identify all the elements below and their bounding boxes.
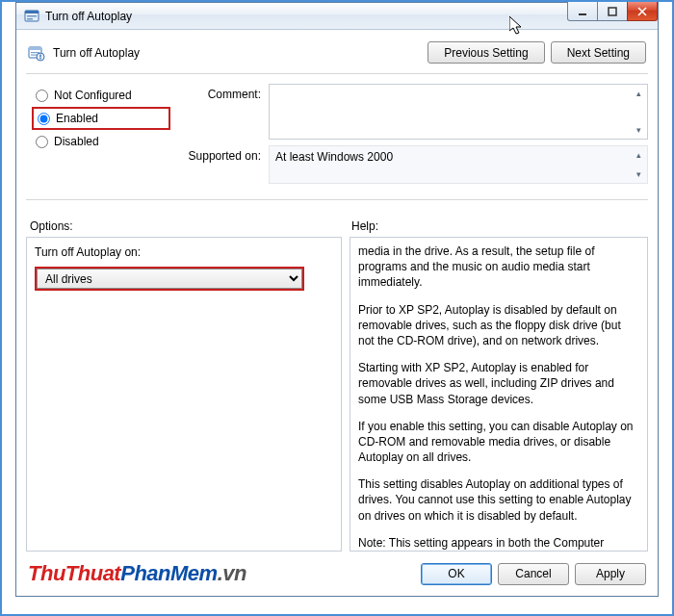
- screenshot-frame: Turn off Autoplay: [0, 0, 674, 616]
- help-paragraph: Starting with XP SP2, Autoplay is enable…: [358, 360, 639, 407]
- supported-on-box: At least Windows 2000 ▴ ▾: [269, 145, 648, 184]
- divider: [26, 73, 648, 74]
- panes: Turn off Autoplay on: All drives media i…: [26, 237, 648, 552]
- maximize-icon: [608, 7, 617, 16]
- svg-rect-4: [579, 13, 586, 15]
- cancel-button[interactable]: Cancel: [498, 563, 569, 585]
- window-title: Turn off Autoplay: [45, 10, 132, 23]
- titlebar: Turn off Autoplay: [16, 3, 658, 30]
- svg-rect-14: [39, 58, 40, 59]
- window-controls: [568, 2, 658, 21]
- radio-not-configured-label: Not Configured: [54, 89, 132, 102]
- help-paragraph: This setting disables Autoplay on additi…: [358, 476, 639, 524]
- options-label: Options:: [30, 219, 342, 233]
- policy-heading: Turn off Autoplay: [28, 44, 140, 62]
- comment-textarea[interactable]: ▴ ▾: [269, 84, 648, 140]
- minimize-button[interactable]: [567, 2, 598, 21]
- help-paragraph: If you enable this setting, you can disa…: [358, 419, 639, 466]
- help-paragraph: media in the drive. As a result, the set…: [358, 244, 639, 291]
- svg-rect-5: [609, 8, 616, 15]
- footer: ThuThuatPhanMem.vn OK Cancel Apply: [26, 552, 648, 586]
- svg-rect-13: [39, 54, 40, 57]
- scroll-down-icon[interactable]: ▾: [632, 123, 645, 137]
- state-column: Not Configured Enabled Disabled: [26, 84, 170, 190]
- close-button[interactable]: [627, 2, 658, 21]
- next-setting-button[interactable]: Next Setting: [551, 41, 646, 64]
- header-row: Turn off Autoplay Previous Setting Next …: [26, 38, 648, 73]
- comment-row: Comment: ▴ ▾: [180, 84, 648, 140]
- supported-on-value: At least Windows 2000: [275, 150, 393, 164]
- svg-rect-3: [27, 18, 33, 20]
- options-pane: Turn off Autoplay on: All drives: [26, 237, 342, 552]
- radio-disabled-input[interactable]: [36, 136, 48, 148]
- autoplay-on-label: Turn off Autoplay on:: [35, 245, 333, 259]
- dialog-body: Turn off Autoplay Previous Setting Next …: [16, 30, 658, 596]
- upper-region: Not Configured Enabled Disabled Comment:: [26, 80, 648, 190]
- watermark: ThuThuatPhanMem.vn: [28, 561, 246, 586]
- help-paragraph: Prior to XP SP2, Autoplay is disabled by…: [358, 302, 639, 349]
- svg-rect-1: [25, 11, 39, 13]
- scroll-up-icon[interactable]: ▴: [632, 148, 645, 162]
- maximize-button[interactable]: [597, 2, 628, 21]
- supported-row: Supported on: At least Windows 2000 ▴ ▾: [180, 145, 648, 184]
- radio-disabled-label: Disabled: [54, 135, 99, 148]
- help-pane[interactable]: media in the drive. As a result, the set…: [350, 237, 648, 552]
- supported-label: Supported on:: [180, 145, 269, 163]
- policy-icon: [28, 44, 45, 62]
- radio-enabled-input[interactable]: [38, 113, 50, 125]
- meta-column: Comment: ▴ ▾ Supported on: At least Wind…: [180, 84, 648, 190]
- radio-disabled[interactable]: Disabled: [32, 130, 170, 153]
- footer-buttons: OK Cancel Apply: [421, 563, 646, 585]
- help-label: Help:: [351, 219, 644, 233]
- previous-setting-button[interactable]: Previous Setting: [428, 41, 544, 64]
- ok-button[interactable]: OK: [421, 563, 492, 585]
- svg-rect-9: [29, 47, 41, 50]
- radio-enabled[interactable]: Enabled: [32, 107, 170, 130]
- nav-buttons: Previous Setting Next Setting: [428, 41, 646, 64]
- comment-label: Comment:: [180, 84, 269, 101]
- divider: [26, 199, 648, 200]
- radio-enabled-label: Enabled: [56, 112, 98, 125]
- scroll-down-icon[interactable]: ▾: [632, 167, 645, 181]
- radio-not-configured[interactable]: Not Configured: [32, 84, 170, 107]
- svg-rect-10: [31, 52, 39, 53]
- watermark-part: PhanMem: [120, 561, 217, 585]
- policy-title: Turn off Autoplay: [53, 46, 140, 60]
- app-icon: [24, 9, 39, 24]
- close-icon: [637, 7, 647, 16]
- radio-not-configured-input[interactable]: [36, 90, 48, 102]
- minimize-icon: [578, 7, 587, 16]
- watermark-part: .vn: [218, 561, 246, 585]
- help-paragraph: Note: This setting appears in both the C…: [358, 535, 639, 552]
- autoplay-on-highlight: All drives: [35, 267, 304, 291]
- mid-labels: Options: Help:: [26, 206, 648, 237]
- watermark-part: ThuThuat: [28, 561, 120, 585]
- autoplay-on-select[interactable]: All drives: [37, 269, 302, 289]
- svg-rect-2: [27, 15, 37, 17]
- dialog-window: Turn off Autoplay: [15, 2, 659, 597]
- apply-button[interactable]: Apply: [575, 563, 646, 585]
- scroll-up-icon[interactable]: ▴: [632, 87, 645, 100]
